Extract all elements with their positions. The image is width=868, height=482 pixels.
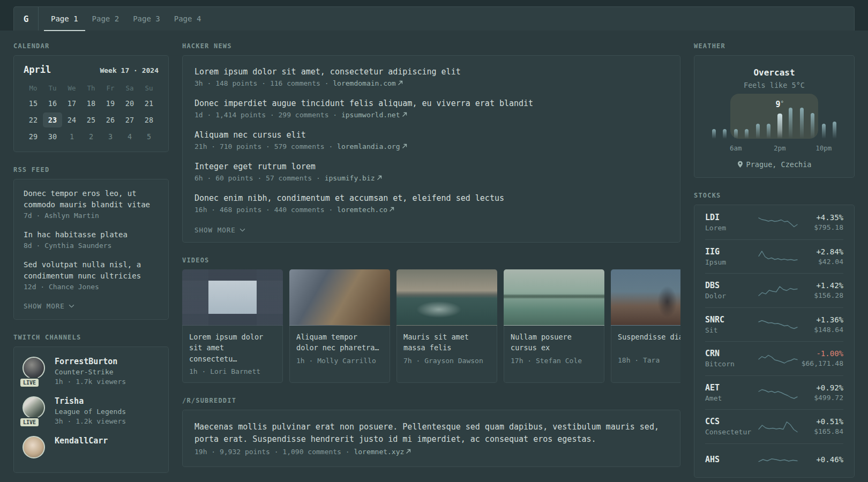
- hackernews-show-more-button[interactable]: SHOW MORE: [194, 226, 245, 234]
- calendar-day[interactable]: 15: [24, 96, 43, 111]
- rss-item[interactable]: In hac habitasse platea 8d · Cynthia Sau…: [24, 229, 159, 250]
- video-title[interactable]: Suspendisse diam: [618, 332, 680, 353]
- stock-sparkline: [757, 213, 799, 231]
- stock-name: Consectetur: [705, 428, 757, 436]
- calendar-day[interactable]: 24: [62, 112, 81, 127]
- calendar-day[interactable]: 29: [24, 129, 43, 144]
- weather-bar: [822, 124, 826, 139]
- videos-section-title: VIDEOS: [182, 257, 680, 264]
- weather-bar-slot: [829, 108, 841, 139]
- rss-item[interactable]: Donec tempor eros leo, ut commodo mauris…: [24, 188, 159, 220]
- twitch-channel-info: Trisha League of Legends 3h · 1.2k viewe…: [55, 396, 126, 425]
- stock-sparkline: [757, 349, 799, 367]
- calendar-grid: MoTuWeThFrSaSu15161718192021222324252627…: [24, 82, 159, 144]
- video-card[interactable]: Suspendisse diam 18h · Tara: [611, 269, 680, 383]
- video-thumbnail[interactable]: [182, 269, 283, 326]
- video-thumbnail[interactable]: [289, 269, 390, 326]
- hackernews-item-title[interactable]: Lorem ipsum dolor sit amet, consectetur …: [194, 66, 668, 78]
- calendar-day[interactable]: 3: [101, 129, 120, 144]
- video-thumbnail[interactable]: [611, 269, 680, 326]
- twitch-section: TWITCH CHANNELS LIVE ForrestBurton Count…: [13, 334, 169, 473]
- hackernews-item-title[interactable]: Donec imperdiet augue tincidunt felis al…: [194, 98, 668, 109]
- stock-row[interactable]: CRN Bitcorn -1.00% $66,171.48: [705, 341, 843, 375]
- stock-symbol: CCS: [705, 417, 757, 426]
- video-title[interactable]: Lorem ipsum dolor sit amet consectetu…: [189, 332, 276, 364]
- stock-row[interactable]: SNRC Sit +1.36% $148.64: [705, 307, 843, 342]
- hackernews-item: Integer eget rutrum lorem 6h · 60 points…: [194, 161, 668, 182]
- calendar-day[interactable]: 2: [81, 129, 101, 144]
- calendar-day[interactable]: 30: [43, 129, 62, 144]
- tab-page-4[interactable]: Page 4: [167, 7, 208, 31]
- rss-item-title[interactable]: Sed volutpat nulla nisl, a condimentum n…: [24, 259, 159, 282]
- video-card[interactable]: Aliquam tempor dolor nec pharetra… 1h · …: [289, 269, 390, 383]
- video-thumbnail[interactable]: [504, 269, 604, 326]
- video-title[interactable]: Nullam posuere cursus ex: [511, 332, 597, 353]
- meta-text: 3h · 148 points · 116 comments ·: [194, 79, 333, 87]
- video-thumbnail[interactable]: [396, 269, 497, 326]
- stock-row[interactable]: LDI Lorem +4.35% $795.18: [705, 205, 843, 239]
- weather-bar: [767, 124, 770, 139]
- hackernews-item-title[interactable]: Integer eget rutrum lorem: [194, 161, 668, 172]
- twitch-channel-row[interactable]: LIVE ForrestBurton Counter-Strike 1h · 1…: [23, 357, 160, 386]
- video-title[interactable]: Aliquam tempor dolor nec pharetra…: [296, 332, 383, 353]
- stock-price: $156.28: [799, 291, 843, 299]
- stock-change: +2.84%: [799, 247, 843, 256]
- calendar-day[interactable]: 27: [120, 112, 139, 127]
- twitch-channel-name[interactable]: ForrestBurton: [55, 357, 126, 366]
- calendar-day[interactable]: 1: [62, 129, 81, 144]
- weather-location-row[interactable]: Prague, Czechia: [705, 160, 843, 169]
- twitch-channel-row[interactable]: LIVE Trisha League of Legends 3h · 1.2k …: [23, 396, 160, 425]
- rss-item-title[interactable]: In hac habitasse platea: [24, 229, 159, 240]
- weather-bar-slot: [818, 108, 829, 139]
- rss-item[interactable]: Sed volutpat nulla nisl, a condimentum n…: [24, 259, 159, 291]
- hackernews-item-domain[interactable]: loremlandia.org: [337, 142, 400, 150]
- external-link-icon: [402, 112, 407, 117]
- calendar-weekday: Mo: [24, 82, 43, 94]
- hackernews-item-domain[interactable]: ipsumworld.net: [341, 111, 400, 119]
- tab-page-1[interactable]: Page 1: [44, 7, 85, 31]
- calendar-day[interactable]: 4: [120, 129, 139, 144]
- stock-row[interactable]: DBS Dolor +1.42% $156.28: [705, 273, 843, 307]
- subreddit-post: Maecenas mollis pulvinar erat non posuer…: [194, 421, 668, 456]
- app-logo[interactable]: G: [14, 7, 39, 31]
- stock-row[interactable]: AHS +0.46%: [705, 443, 843, 478]
- calendar-day[interactable]: 5: [139, 129, 159, 144]
- subreddit-post-title[interactable]: Maecenas mollis pulvinar erat non posuer…: [194, 421, 668, 446]
- external-link-icon: [398, 80, 403, 86]
- weather-bar: [745, 129, 749, 139]
- rss-show-more-button[interactable]: SHOW MORE: [24, 302, 74, 310]
- calendar-day[interactable]: 22: [24, 112, 43, 127]
- stock-row[interactable]: CCS Consectetur +0.51% $165.84: [705, 409, 843, 443]
- twitch-channel-row[interactable]: KendallCarr: [23, 436, 160, 458]
- calendar-day[interactable]: 26: [101, 112, 120, 127]
- hackernews-item-domain[interactable]: loremtech.co: [337, 206, 387, 214]
- video-card[interactable]: Nullam posuere cursus ex 17h · Stefan Co…: [504, 269, 604, 383]
- calendar-day[interactable]: 20: [120, 96, 139, 111]
- calendar-day[interactable]: 21: [139, 96, 159, 111]
- hackernews-item-title[interactable]: Aliquam nec cursus elit: [194, 130, 668, 141]
- twitch-channel-name[interactable]: Trisha: [55, 396, 126, 406]
- twitch-channel-name[interactable]: KendallCarr: [55, 436, 108, 446]
- rss-item-title[interactable]: Donec tempor eros leo, ut commodo mauris…: [24, 188, 159, 210]
- calendar-day[interactable]: 16: [43, 96, 62, 111]
- calendar-day[interactable]: 23: [43, 112, 62, 127]
- video-title[interactable]: Mauris sit amet massa felis: [403, 332, 490, 353]
- stock-row[interactable]: IIG Ipsum +2.84% $42.04: [705, 239, 843, 274]
- hackernews-item-domain[interactable]: ipsumify.biz: [325, 174, 375, 182]
- calendar-day[interactable]: 18: [81, 96, 101, 111]
- calendar-day[interactable]: 25: [81, 112, 101, 127]
- video-card[interactable]: Mauris sit amet massa felis 7h · Grayson…: [396, 269, 497, 383]
- tab-page-2[interactable]: Page 2: [85, 7, 126, 31]
- hackernews-item-domain[interactable]: loremdomain.com: [333, 79, 395, 87]
- video-card-body: Lorem ipsum dolor sit amet consectetu… 1…: [182, 326, 283, 383]
- subreddit-post-domain[interactable]: loremnet.xyz: [354, 448, 404, 456]
- external-link-icon: [402, 144, 407, 149]
- tab-page-3[interactable]: Page 3: [126, 7, 167, 31]
- calendar-day[interactable]: 17: [62, 96, 81, 111]
- hackernews-item-title[interactable]: Donec enim nibh, condimentum et accumsan…: [194, 193, 668, 204]
- calendar-day[interactable]: 19: [101, 96, 120, 111]
- stock-values: +1.36% $148.64: [799, 315, 843, 334]
- stock-row[interactable]: AET Amet +0.92% $499.72: [705, 375, 843, 410]
- video-card[interactable]: Lorem ipsum dolor sit amet consectetu… 1…: [182, 269, 283, 383]
- calendar-day[interactable]: 28: [139, 112, 159, 127]
